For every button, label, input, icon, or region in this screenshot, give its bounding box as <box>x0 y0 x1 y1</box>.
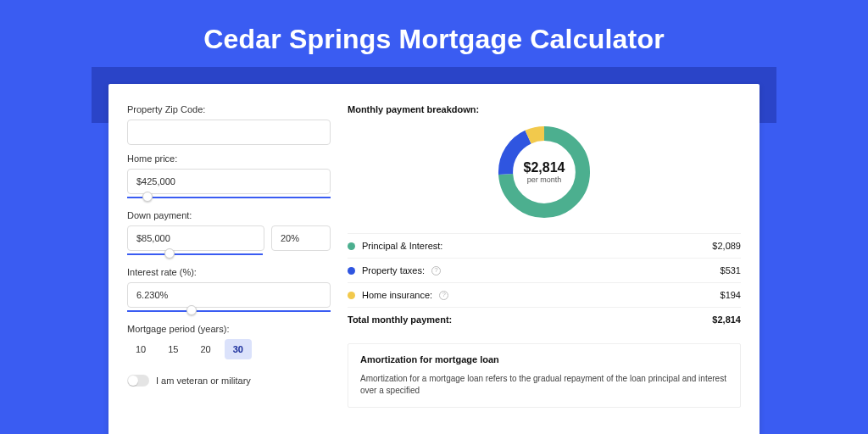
period-10-button[interactable]: 10 <box>127 339 154 359</box>
down-payment-amount-input[interactable] <box>127 225 264 251</box>
breakdown-value: $194 <box>721 290 741 300</box>
period-30-button[interactable]: 30 <box>225 339 252 359</box>
amortization-section: Amortization for mortgage loan Amortizat… <box>348 343 741 408</box>
home-price-label: Home price: <box>127 153 331 164</box>
home-price-input[interactable] <box>127 169 331 194</box>
breakdown-value: $2,089 <box>712 241 741 251</box>
breakdown-label: Home insurance: <box>362 290 432 300</box>
dot-icon <box>348 267 355 275</box>
info-icon[interactable]: ? <box>431 266 441 275</box>
interest-rate-input[interactable] <box>127 282 331 308</box>
interest-rate-slider[interactable] <box>127 307 331 315</box>
down-payment-pct-input[interactable] <box>271 225 331 251</box>
breakdown-row-taxes: Property taxes: ? $531 <box>348 258 741 282</box>
zip-label: Property Zip Code: <box>127 104 331 114</box>
period-15-button[interactable]: 15 <box>159 339 186 359</box>
total-value: $2,814 <box>712 314 741 325</box>
breakdown-row-total: Total monthly payment: $2,814 <box>348 307 741 331</box>
amortization-text: Amortization for a mortgage loan refers … <box>360 373 728 397</box>
period-label: Mortgage period (years): <box>127 324 331 334</box>
period-options: 10 15 20 30 <box>127 339 331 359</box>
veteran-toggle[interactable] <box>127 375 149 387</box>
donut-amount: $2,814 <box>524 160 565 175</box>
breakdown-panel: Monthly payment breakdown: $2,814 per mo… <box>348 104 741 434</box>
page-title: Cedar Springs Mortgage Calculator <box>0 0 868 67</box>
inputs-panel: Property Zip Code: Home price: Down paym… <box>127 104 331 434</box>
breakdown-label: Property taxes: <box>362 265 425 275</box>
payment-donut-chart: $2,814 per month <box>493 121 595 223</box>
dot-icon <box>348 242 355 250</box>
down-payment-slider[interactable] <box>127 250 263 259</box>
breakdown-row-principal: Principal & Interest: $2,089 <box>348 233 741 258</box>
calculator-card: Property Zip Code: Home price: Down paym… <box>108 84 760 434</box>
dot-icon <box>348 292 355 299</box>
amortization-title: Amortization for mortgage loan <box>360 354 728 364</box>
info-icon[interactable]: ? <box>439 291 448 300</box>
home-price-slider[interactable] <box>127 193 331 202</box>
zip-input[interactable] <box>127 120 331 145</box>
donut-sub: per month <box>524 175 565 184</box>
breakdown-row-insurance: Home insurance: ? $194 <box>348 282 741 307</box>
breakdown-label: Principal & Interest: <box>362 241 442 251</box>
breakdown-title: Monthly payment breakdown: <box>348 104 741 114</box>
period-20-button[interactable]: 20 <box>192 339 220 359</box>
breakdown-value: $531 <box>721 265 741 275</box>
total-label: Total monthly payment: <box>348 314 452 325</box>
veteran-label: I am veteran or military <box>156 376 251 386</box>
interest-rate-label: Interest rate (%): <box>127 267 331 277</box>
down-payment-label: Down payment: <box>127 210 331 220</box>
